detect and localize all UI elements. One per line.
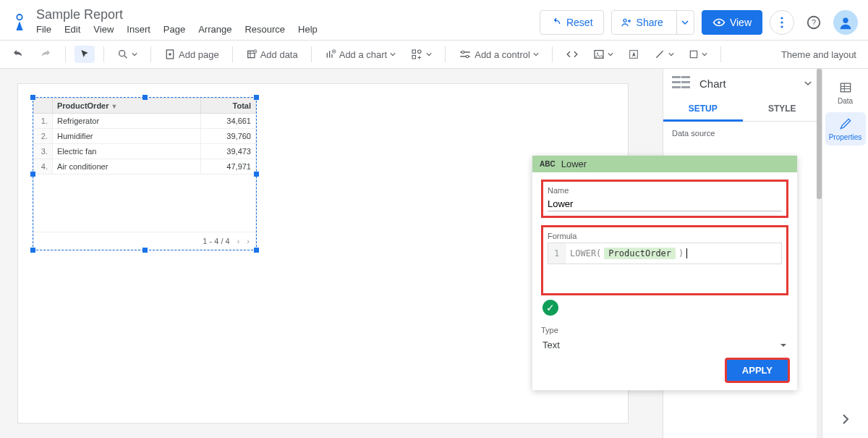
rail-expand[interactable] (834, 408, 857, 431)
name-field-highlight: Name (541, 180, 788, 218)
rail-properties[interactable]: Properties (825, 112, 866, 146)
url-embed-button[interactable] (561, 46, 583, 62)
add-chart-button[interactable]: Add a chart (320, 46, 401, 63)
caret-down-icon (608, 51, 613, 57)
chart-add-icon (325, 49, 336, 60)
svg-point-4 (780, 21, 783, 23)
formula-editor[interactable]: 1 LOWER( ProductOrder ) (548, 243, 782, 264)
svg-point-17 (461, 51, 464, 53)
line-icon (654, 49, 665, 60)
col-productorder[interactable]: ProductOrder ▼ (53, 98, 201, 114)
line-button[interactable] (650, 46, 678, 63)
selection-tool[interactable] (75, 46, 95, 63)
svg-point-8 (843, 17, 848, 22)
type-abc-badge: ABC (540, 160, 556, 168)
help-icon: ? (806, 14, 822, 30)
image-icon (593, 49, 605, 60)
undo-button[interactable] (7, 45, 29, 64)
chevron-down-icon[interactable] (803, 78, 813, 88)
toolbar: Add page Add data Add a chart Add a cont… (0, 40, 868, 69)
menu-edit[interactable]: Edit (64, 24, 80, 35)
menu-insert[interactable]: Insert (127, 24, 150, 35)
theme-layout-button[interactable]: Theme and layout (777, 46, 861, 63)
table-row: 2.Humidifier39,760 (34, 129, 256, 144)
caret-down-icon (668, 51, 674, 57)
svg-point-1 (624, 19, 626, 22)
zoom-tool[interactable] (113, 46, 142, 63)
kebab-icon (780, 17, 783, 28)
panel-scrollbar[interactable] (817, 69, 822, 438)
formula-field-token: ProductOrder (604, 248, 676, 259)
user-avatar[interactable] (833, 10, 858, 35)
code-icon (566, 49, 579, 59)
menu-view[interactable]: View (93, 24, 114, 35)
community-viz-button[interactable] (406, 45, 436, 64)
more-options-button[interactable] (770, 10, 794, 35)
calculated-field-popup: ABC Lower Name Formula 1 LOWER( ProductO… (532, 156, 797, 390)
caret-down-icon (533, 51, 539, 57)
page-next[interactable]: › (247, 237, 250, 245)
redo-button[interactable] (35, 45, 56, 64)
text-button[interactable] (624, 46, 644, 63)
table-icon (838, 80, 853, 95)
svg-text:?: ? (812, 17, 816, 26)
menu-page[interactable]: Page (163, 24, 185, 35)
reset-button[interactable]: Reset (540, 10, 604, 35)
menu-help[interactable]: Help (298, 24, 318, 35)
svg-point-20 (597, 53, 598, 54)
doc-title[interactable]: Sample Report (36, 7, 318, 22)
svg-rect-23 (841, 83, 850, 92)
caret-down-icon (390, 51, 396, 57)
tab-setup[interactable]: SETUP (663, 98, 743, 122)
add-control-button[interactable]: Add a control (454, 46, 543, 63)
svg-point-18 (466, 55, 468, 57)
caret-down-icon (780, 342, 787, 349)
shapes-icon (410, 48, 423, 61)
eye-icon (712, 17, 726, 28)
rail-data[interactable]: Data (825, 76, 866, 109)
caret-down-icon (132, 51, 137, 57)
selected-table-chart[interactable]: ProductOrder ▼ Total 1.Refrigerator34,66… (33, 97, 257, 250)
square-icon (689, 49, 699, 59)
formula-label: Formula (548, 232, 782, 240)
popup-header: ABC Lower (532, 156, 797, 172)
table-row: 4.Air conditioner47,971 (34, 159, 256, 174)
add-page-button[interactable]: Add page (160, 46, 224, 63)
menu-arrange[interactable]: Arrange (198, 24, 231, 35)
help-button[interactable]: ? (801, 10, 826, 35)
svg-point-9 (119, 51, 125, 56)
page-prev[interactable]: ‹ (237, 237, 240, 245)
tab-style[interactable]: STYLE (743, 98, 822, 122)
svg-rect-22 (690, 51, 697, 57)
redo-icon (39, 48, 52, 61)
data-add-icon (246, 49, 258, 60)
svg-point-0 (17, 14, 22, 20)
undo-icon (12, 48, 25, 61)
looker-studio-logo (10, 12, 29, 33)
menu-resource[interactable]: Resource (244, 24, 285, 35)
shape-button[interactable] (684, 46, 712, 62)
name-input[interactable] (548, 197, 782, 211)
cursor-icon (79, 49, 90, 60)
col-total[interactable]: Total (201, 98, 256, 114)
table-chart-icon (672, 76, 692, 90)
svg-point-5 (780, 25, 783, 28)
caret-down-icon (702, 51, 707, 57)
share-button[interactable]: Share (611, 10, 694, 35)
share-caret[interactable] (676, 11, 694, 34)
add-data-button[interactable]: Add data (242, 46, 302, 63)
right-rail: Data Properties (822, 69, 868, 438)
line-gutter: 1 (548, 243, 566, 264)
table-row: 3.Electric fan39,473 (34, 144, 256, 159)
svg-point-3 (780, 17, 783, 19)
panel-title: Chart (699, 77, 796, 90)
caret-down-icon (426, 51, 432, 57)
menu-file[interactable]: File (36, 24, 51, 35)
image-button[interactable] (589, 46, 618, 63)
type-select[interactable]: Text (541, 337, 788, 350)
page-add-icon (164, 49, 176, 60)
view-button[interactable]: View (702, 10, 762, 35)
text-icon (628, 49, 639, 60)
apply-button[interactable]: APPLY (726, 359, 788, 382)
name-label: Name (548, 186, 782, 195)
